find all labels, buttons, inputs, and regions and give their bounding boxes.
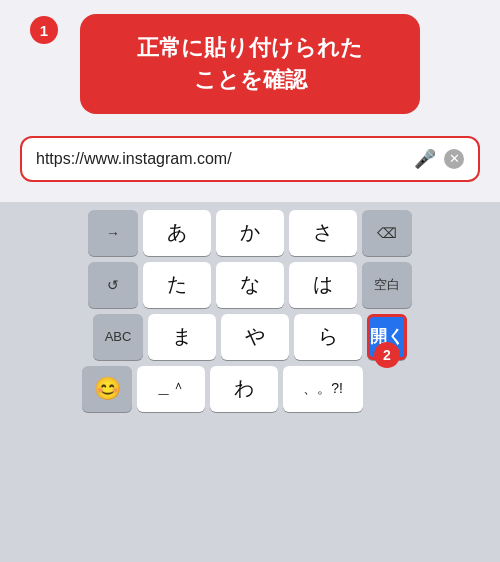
key-punctuation[interactable]: 、。?! <box>283 366 363 412</box>
keyboard: → あ か さ ⌫ ↺ た な は 空白 ABC ま や ら 開く 2 😊 ＿＾… <box>0 202 500 562</box>
clear-button[interactable]: ✕ <box>444 149 464 169</box>
key-ta[interactable]: た <box>143 262 211 308</box>
callout-box: 正常に貼り付けられた ことを確認 <box>80 14 420 114</box>
callout-line1: 正常に貼り付けられた <box>108 32 392 64</box>
key-ma[interactable]: ま <box>148 314 216 360</box>
key-ya[interactable]: や <box>221 314 289 360</box>
open-key-wrapper: 開く 2 <box>367 314 407 360</box>
callout-line2: ことを確認 <box>108 64 392 96</box>
key-emoji[interactable]: 😊 <box>82 366 132 412</box>
step-2-badge: 2 <box>374 342 400 368</box>
key-a[interactable]: あ <box>143 210 211 256</box>
key-ka[interactable]: か <box>216 210 284 256</box>
keyboard-row-1: → あ か さ ⌫ <box>4 210 496 256</box>
keyboard-row-4: 😊 ＿＾ わ 、。?! <box>4 366 496 412</box>
step-1-badge: 1 <box>30 16 58 44</box>
key-ra[interactable]: ら <box>294 314 362 360</box>
key-sa[interactable]: さ <box>289 210 357 256</box>
key-placeholder <box>368 366 418 412</box>
key-space[interactable]: 空白 <box>362 262 412 308</box>
url-bar[interactable]: https://www.instagram.com/ 🎤 ✕ <box>20 136 480 182</box>
key-wa[interactable]: わ <box>210 366 278 412</box>
key-undo[interactable]: ↺ <box>88 262 138 308</box>
key-underscore-caret[interactable]: ＿＾ <box>137 366 205 412</box>
key-backspace[interactable]: ⌫ <box>362 210 412 256</box>
mic-icon[interactable]: 🎤 <box>414 148 436 170</box>
url-text: https://www.instagram.com/ <box>36 150 406 168</box>
keyboard-row-2: ↺ た な は 空白 <box>4 262 496 308</box>
keyboard-row-3: ABC ま や ら 開く 2 <box>4 314 496 360</box>
key-arrow[interactable]: → <box>88 210 138 256</box>
key-ha[interactable]: は <box>289 262 357 308</box>
key-abc[interactable]: ABC <box>93 314 143 360</box>
key-na[interactable]: な <box>216 262 284 308</box>
